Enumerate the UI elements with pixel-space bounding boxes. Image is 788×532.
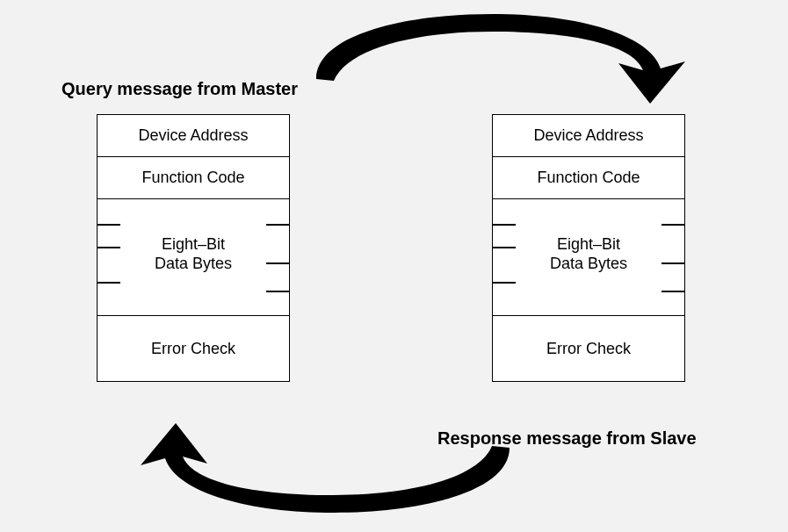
master-error-check: Error Check (98, 316, 289, 381)
master-query-box: Device Address Function Code Eight–Bit D… (97, 114, 290, 382)
master-data-line2: Data Bytes (155, 255, 232, 272)
slave-error-check: Error Check (493, 316, 684, 381)
master-function-code: Function Code (98, 157, 289, 199)
slave-function-code: Function Code (493, 157, 684, 199)
arrow-query-to-response (264, 0, 720, 105)
slave-data-line1: Eight–Bit (557, 235, 620, 253)
master-device-address: Device Address (98, 115, 289, 157)
master-data-line1: Eight–Bit (162, 235, 225, 253)
master-data-bytes: Eight–Bit Data Bytes (98, 199, 289, 316)
response-label: Response message from Slave (437, 428, 697, 449)
slave-data-line2: Data Bytes (550, 255, 627, 272)
slave-device-address: Device Address (493, 115, 684, 157)
query-label: Query message from Master (61, 79, 298, 99)
slave-data-bytes: Eight–Bit Data Bytes (493, 199, 684, 316)
slave-response-box: Device Address Function Code Eight–Bit D… (492, 114, 685, 382)
